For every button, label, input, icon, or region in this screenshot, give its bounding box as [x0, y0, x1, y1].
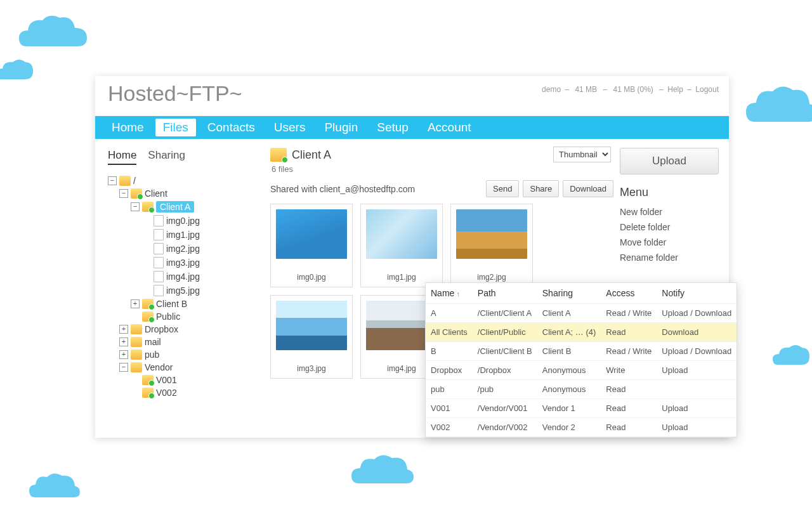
- tree-client-a[interactable]: Client A: [156, 201, 194, 213]
- file-icon: [154, 285, 164, 296]
- table-header[interactable]: Sharing: [537, 283, 601, 304]
- cloud-decoration: [14, 11, 96, 62]
- table-cell: Upload: [657, 399, 737, 418]
- thumbnail-item[interactable]: img3.jpg: [270, 295, 353, 379]
- table-cell: Anonymous: [537, 361, 601, 380]
- tree-client[interactable]: Client: [145, 188, 167, 199]
- file-icon: [154, 271, 164, 282]
- tree-vendor[interactable]: Vendor: [145, 362, 173, 372]
- tree-v002[interactable]: V002: [156, 388, 177, 398]
- table-cell: Vendor 1: [537, 399, 601, 418]
- table-cell: Write: [601, 361, 657, 380]
- table-row[interactable]: B/Client/Client BClient BRead / WriteUpl…: [426, 342, 737, 361]
- logout-link[interactable]: Logout: [695, 85, 719, 94]
- folder-title: Client A: [292, 148, 331, 162]
- thumbnail-item[interactable]: img1.jpg: [360, 204, 443, 287]
- thumbnail-image: [366, 209, 437, 259]
- tree-file[interactable]: img2.jpg: [166, 244, 200, 254]
- view-mode-select[interactable]: Thumbnail: [553, 147, 611, 162]
- tree-file[interactable]: img4.jpg: [166, 272, 200, 282]
- thumbnail-item[interactable]: img0.jpg: [270, 204, 353, 287]
- table-row[interactable]: V001/Vendor/V001Vendor 1ReadUpload: [426, 399, 737, 418]
- table-cell: Upload / Download: [657, 342, 737, 361]
- status-user[interactable]: demo: [542, 85, 561, 94]
- send-button[interactable]: Send: [486, 180, 519, 197]
- folder-icon: [131, 324, 142, 334]
- table-header[interactable]: Name: [426, 283, 473, 304]
- nav-home[interactable]: Home: [104, 119, 152, 136]
- tree-pub[interactable]: pub: [145, 350, 159, 360]
- tree-file[interactable]: img3.jpg: [166, 258, 200, 268]
- menu-item[interactable]: New folder: [620, 204, 719, 219]
- table-row[interactable]: A/Client/Client AClient ARead / WriteUpl…: [426, 304, 737, 323]
- expand-icon[interactable]: +: [119, 337, 128, 346]
- table-header[interactable]: Path: [473, 283, 537, 304]
- file-icon: [154, 229, 164, 240]
- file-icon: [154, 243, 164, 254]
- expand-icon[interactable]: −: [108, 176, 117, 185]
- expand-icon[interactable]: −: [131, 202, 140, 211]
- share-button[interactable]: Share: [523, 180, 559, 197]
- thumbnail-image: [276, 209, 347, 259]
- cloud-decoration: [770, 343, 812, 374]
- table-header[interactable]: Access: [601, 283, 657, 304]
- table-cell: V001: [426, 399, 473, 418]
- expand-icon[interactable]: −: [119, 363, 128, 372]
- nav-setup[interactable]: Setup: [369, 119, 416, 136]
- download-button[interactable]: Download: [563, 180, 613, 197]
- table-cell: /Vendor/V001: [473, 399, 537, 418]
- upload-button[interactable]: Upload: [620, 148, 719, 174]
- nav-plugin[interactable]: Plugin: [317, 119, 365, 136]
- table-row[interactable]: All Clients/Client/PublicClient A; … (4)…: [426, 323, 737, 342]
- tree-file[interactable]: img1.jpg: [166, 230, 200, 240]
- menu-item[interactable]: Rename folder: [620, 250, 719, 265]
- tree-dropbox[interactable]: Dropbox: [145, 324, 178, 334]
- tree-client-b[interactable]: Client B: [156, 299, 187, 309]
- thumbnail-caption: img1.jpg: [366, 273, 437, 282]
- tree-public[interactable]: Public: [156, 311, 180, 322]
- table-row[interactable]: V002/Vendor/V002Vendor 2ReadUpload: [426, 418, 737, 437]
- subtab-home[interactable]: Home: [108, 149, 136, 165]
- nav-files[interactable]: Files: [155, 119, 196, 136]
- thumbnail-caption: img2.jpg: [456, 273, 527, 282]
- expand-icon[interactable]: +: [119, 325, 128, 334]
- subtab-sharing[interactable]: Sharing: [148, 149, 185, 161]
- expand-icon[interactable]: +: [131, 299, 140, 308]
- nav-contacts[interactable]: Contacts: [200, 119, 263, 136]
- table-cell: B: [426, 342, 473, 361]
- menu-item[interactable]: Move folder: [620, 235, 719, 250]
- shared-with-text: Shared with client_a@hostedftp.com: [270, 184, 415, 194]
- table-cell: /Client/Client A: [473, 304, 537, 323]
- help-link[interactable]: Help: [667, 85, 683, 94]
- table-cell: [657, 380, 737, 399]
- tree-file[interactable]: img5.jpg: [166, 285, 200, 296]
- brand-logo: Hosted~FTP~: [108, 81, 242, 106]
- tree-v001[interactable]: V001: [156, 375, 177, 385]
- thumbnail-caption: img3.jpg: [276, 364, 347, 373]
- expand-icon[interactable]: −: [119, 189, 128, 198]
- thumbnail-image: [276, 301, 347, 350]
- tree-mail[interactable]: mail: [145, 337, 161, 347]
- table-cell: /Dropbox: [473, 361, 537, 380]
- table-cell: Dropbox: [426, 361, 473, 380]
- table-header[interactable]: Notify: [657, 283, 737, 304]
- table-cell: Download: [657, 323, 737, 342]
- tree-root[interactable]: /: [133, 176, 136, 186]
- menu-item[interactable]: Delete folder: [620, 219, 719, 235]
- folder-shared-icon: [142, 375, 154, 385]
- nav-account[interactable]: Account: [420, 119, 479, 136]
- table-cell: Vendor 2: [537, 418, 601, 437]
- table-cell: /pub: [473, 380, 537, 399]
- nav-users[interactable]: Users: [266, 119, 313, 136]
- table-cell: /Client/Client B: [473, 342, 537, 361]
- expand-icon[interactable]: +: [119, 350, 128, 359]
- table-cell: Read / Write: [601, 342, 657, 361]
- thumbnail-item[interactable]: img2.jpg: [450, 204, 533, 287]
- table-row[interactable]: Dropbox/DropboxAnonymousWriteUpload: [426, 361, 737, 380]
- table-cell: Upload / Download: [657, 304, 737, 323]
- table-cell: Upload: [657, 418, 737, 437]
- left-column: HomeSharing −/ −Client −Client A img0.jp…: [95, 139, 268, 438]
- table-cell: Read: [601, 323, 657, 342]
- tree-file[interactable]: img0.jpg: [166, 216, 200, 226]
- table-row[interactable]: pub/pubAnonymousRead: [426, 380, 737, 399]
